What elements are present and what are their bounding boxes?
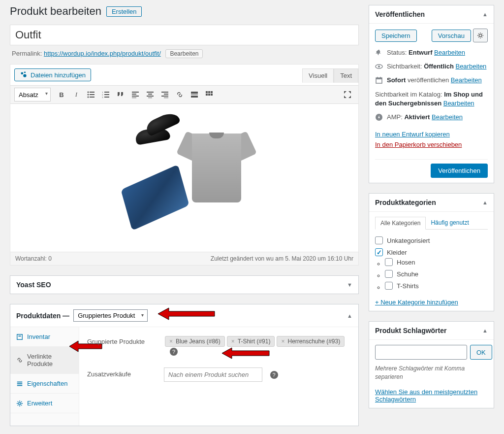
publish-toggle[interactable]: ▲	[482, 11, 488, 17]
category-checkbox[interactable]: Kleider	[375, 248, 488, 256]
tag-ok-button[interactable]: OK	[470, 345, 492, 360]
svg-rect-31	[208, 91, 210, 93]
add-category-link[interactable]: + Neue Kategorie hinzufügen	[375, 299, 488, 306]
publish-button[interactable]: Veröffentlichen	[431, 164, 488, 178]
svg-rect-15	[132, 92, 139, 93]
editor-toolbar: Absatz B I 123	[10, 85, 358, 104]
svg-rect-39	[17, 381, 23, 382]
tab-attributes[interactable]: Eigenschaften	[10, 374, 79, 394]
upsell-search-input[interactable]	[164, 367, 262, 382]
trash-link[interactable]: In den Papierkorb verschieben	[375, 141, 488, 148]
inventory-icon	[16, 334, 23, 340]
pin-icon	[375, 49, 383, 57]
help-icon[interactable]: ?	[170, 348, 178, 356]
category-checkbox[interactable]: Schuhe	[385, 270, 488, 278]
upsell-label: Zusatzverkäufe	[87, 367, 156, 378]
svg-rect-2	[24, 72, 26, 73]
help-icon[interactable]: ?	[270, 371, 278, 379]
svg-point-0	[21, 72, 23, 74]
italic-button[interactable]: I	[69, 88, 83, 101]
grouped-products-field[interactable]: ×Blue Jeans (#86)×T-Shirt (#91)×Herrensc…	[164, 335, 346, 348]
create-button[interactable]: Erstellen	[106, 6, 142, 17]
readmore-button[interactable]	[188, 88, 201, 101]
svg-rect-26	[164, 98, 168, 98]
product-title-input[interactable]	[10, 25, 359, 45]
yoast-toggle[interactable]: ▼	[347, 282, 352, 288]
align-left-button[interactable]	[128, 88, 142, 101]
svg-rect-35	[211, 94, 213, 96]
edit-amp-link[interactable]: Bearbeiten	[432, 113, 463, 121]
preview-button[interactable]: Vorschau	[432, 30, 471, 42]
svg-rect-49	[376, 78, 382, 79]
edit-catalog-link[interactable]: Bearbeiten	[443, 100, 474, 107]
category-checkbox[interactable]: Unkategorisiert	[375, 236, 488, 244]
tag-input[interactable]	[375, 345, 467, 360]
svg-rect-23	[161, 92, 168, 93]
editor-tab-visual[interactable]: Visuell	[302, 68, 334, 83]
svg-rect-40	[17, 383, 23, 384]
product-token[interactable]: ×T-Shirt (#91)	[227, 336, 275, 347]
gear-icon	[477, 32, 484, 39]
cat-tab-all[interactable]: Alle Kategorien	[375, 217, 426, 230]
link-button[interactable]	[173, 88, 187, 101]
product-data-toggle[interactable]: ▲	[347, 313, 352, 319]
add-media-button[interactable]: Dateien hinzufügen	[14, 68, 91, 81]
bold-button[interactable]: B	[55, 88, 68, 101]
editor-content[interactable]	[10, 104, 358, 252]
edit-status-link[interactable]: Bearbeiten	[434, 49, 465, 56]
tab-inventory[interactable]: Inventar	[10, 327, 79, 347]
category-checkbox[interactable]: Hosen	[385, 258, 488, 266]
svg-rect-32	[211, 91, 213, 93]
categories-toggle[interactable]: ▲	[482, 200, 488, 205]
svg-rect-50	[377, 77, 378, 78]
svg-rect-19	[147, 92, 154, 93]
toolbar-toggle-button[interactable]	[202, 88, 216, 101]
product-type-select[interactable]: Gruppiertes Produkt	[73, 309, 148, 322]
svg-point-7	[88, 97, 89, 98]
tab-advanced[interactable]: Erweitert	[10, 394, 79, 413]
attributes-icon	[16, 380, 23, 387]
permalink-edit-button[interactable]: Bearbeiten	[165, 49, 203, 58]
svg-rect-18	[132, 98, 136, 98]
save-draft-button[interactable]: Speichern	[375, 30, 417, 42]
tab-linked-products[interactable]: Verlinkte Produkte	[10, 347, 79, 374]
tags-toggle[interactable]: ▲	[482, 328, 488, 334]
svg-rect-27	[191, 92, 198, 94]
copy-draft-link[interactable]: In neuen Entwurf kopieren	[375, 131, 488, 138]
svg-rect-6	[90, 94, 94, 95]
blockquote-button[interactable]	[114, 88, 127, 101]
remove-token-icon[interactable]: ×	[281, 338, 284, 345]
product-token[interactable]: ×Blue Jeans (#86)	[165, 336, 225, 347]
numbered-list-button[interactable]: 123	[99, 88, 113, 101]
page-title: Produkt bearbeiten	[10, 5, 101, 18]
svg-point-1	[23, 74, 26, 77]
svg-rect-28	[191, 94, 198, 95]
edit-schedule-link[interactable]: Bearbeiten	[451, 76, 482, 84]
bullet-list-button[interactable]	[84, 88, 98, 101]
preview-options-button[interactable]	[473, 29, 488, 42]
remove-token-icon[interactable]: ×	[169, 338, 173, 345]
svg-rect-29	[191, 96, 198, 98]
svg-rect-25	[161, 96, 168, 97]
product-token[interactable]: ×Herrenschuhe (#93)	[277, 336, 345, 347]
permalink-url[interactable]: https://wordup.io/index.php/produkt/outf…	[44, 50, 161, 57]
svg-rect-16	[132, 94, 136, 95]
choose-tags-link[interactable]: Wählen Sie aus den meistgenutzten Schlag…	[375, 388, 477, 403]
align-right-button[interactable]	[158, 88, 172, 101]
fullscreen-button[interactable]	[341, 88, 354, 101]
svg-rect-14	[104, 97, 109, 98]
svg-rect-22	[148, 98, 152, 98]
svg-rect-37	[17, 334, 23, 339]
svg-rect-20	[148, 94, 152, 95]
align-center-button[interactable]	[143, 88, 157, 101]
remove-token-icon[interactable]: ×	[231, 338, 235, 345]
svg-rect-10	[104, 92, 109, 93]
editor-tab-text[interactable]: Text	[334, 68, 358, 83]
svg-rect-21	[147, 96, 154, 97]
svg-point-3	[88, 92, 89, 93]
format-select[interactable]: Absatz	[14, 88, 51, 101]
category-checkbox[interactable]: T-Shirts	[385, 282, 488, 290]
svg-point-5	[88, 94, 89, 96]
cat-tab-frequent[interactable]: Häufig genutzt	[426, 217, 473, 229]
edit-visibility-link[interactable]: Bearbeiten	[455, 63, 486, 70]
